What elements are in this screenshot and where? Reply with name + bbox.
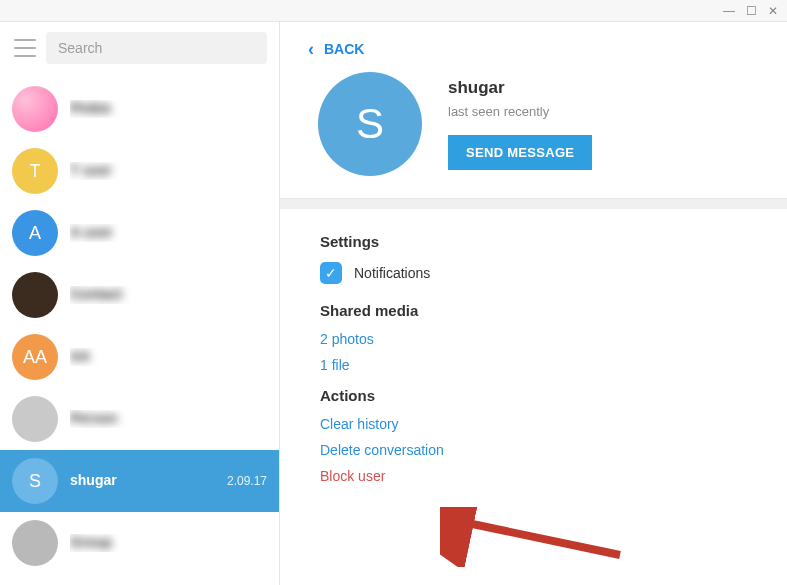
shared-files-link[interactable]: 1 file bbox=[320, 357, 747, 373]
avatar: T bbox=[12, 148, 58, 194]
avatar bbox=[12, 86, 58, 132]
avatar: AA bbox=[12, 334, 58, 380]
chat-name: Person bbox=[70, 410, 117, 426]
profile-avatar: S bbox=[318, 72, 422, 176]
profile-status: last seen recently bbox=[448, 104, 592, 119]
send-message-button[interactable]: SEND MESSAGE bbox=[448, 135, 592, 170]
shared-media-heading: Shared media bbox=[320, 302, 747, 319]
chat-name: A user bbox=[70, 224, 113, 240]
avatar: S bbox=[12, 458, 58, 504]
main-panel: ‹ BACK S shugar last seen recently SEND … bbox=[280, 22, 787, 585]
chat-name: AA bbox=[70, 348, 90, 364]
window-titlebar: — ☐ ✕ bbox=[0, 0, 787, 22]
chat-name: T user bbox=[70, 162, 112, 178]
delete-conversation-link[interactable]: Delete conversation bbox=[320, 442, 747, 458]
chat-item[interactable]: Sshugar2.09.17 bbox=[0, 450, 279, 512]
block-user-link[interactable]: Block user bbox=[320, 468, 747, 484]
chat-name: shugar bbox=[70, 472, 117, 488]
checkbox-checked-icon: ✓ bbox=[320, 262, 342, 284]
back-button[interactable]: ‹ BACK bbox=[308, 40, 759, 58]
sidebar: Pinkie TT user AA user Contact AAAA Pers… bbox=[0, 22, 280, 585]
menu-icon[interactable] bbox=[14, 39, 36, 57]
profile-name: shugar bbox=[448, 78, 592, 98]
shared-photos-link[interactable]: 2 photos bbox=[320, 331, 747, 347]
minimize-button[interactable]: — bbox=[723, 5, 735, 17]
chat-item[interactable]: Person bbox=[0, 388, 279, 450]
clear-history-link[interactable]: Clear history bbox=[320, 416, 747, 432]
chat-name: Contact bbox=[70, 286, 122, 302]
actions-heading: Actions bbox=[320, 387, 747, 404]
avatar: A bbox=[12, 210, 58, 256]
chat-list: Pinkie TT user AA user Contact AAAA Pers… bbox=[0, 78, 279, 585]
avatar bbox=[12, 272, 58, 318]
search-input[interactable] bbox=[46, 32, 267, 64]
chevron-left-icon: ‹ bbox=[308, 40, 314, 58]
notifications-toggle[interactable]: ✓ Notifications bbox=[320, 262, 747, 284]
chat-name: Group bbox=[70, 534, 112, 550]
chat-name: Pinkie bbox=[70, 100, 111, 116]
notifications-label: Notifications bbox=[354, 265, 430, 281]
avatar bbox=[12, 396, 58, 442]
chat-item[interactable]: AAAA bbox=[0, 326, 279, 388]
chat-item[interactable]: AA user bbox=[0, 202, 279, 264]
chat-item[interactable]: TT user bbox=[0, 140, 279, 202]
back-label: BACK bbox=[324, 41, 364, 57]
avatar bbox=[12, 520, 58, 566]
settings-heading: Settings bbox=[320, 233, 747, 250]
maximize-button[interactable]: ☐ bbox=[745, 5, 757, 17]
chat-item[interactable]: Pinkie bbox=[0, 78, 279, 140]
chat-time: 2.09.17 bbox=[221, 474, 267, 488]
chat-item[interactable]: Group bbox=[0, 512, 279, 574]
close-button[interactable]: ✕ bbox=[767, 5, 779, 17]
chat-item[interactable]: Contact bbox=[0, 264, 279, 326]
